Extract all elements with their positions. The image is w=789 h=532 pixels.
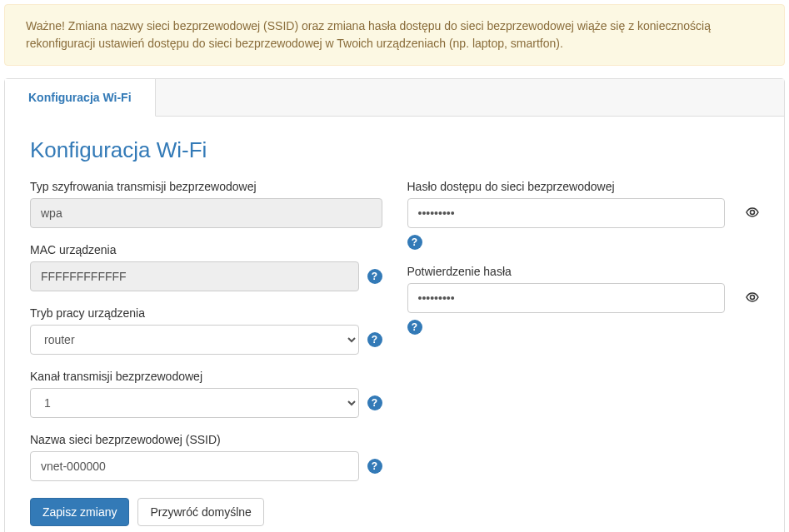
help-icon[interactable]: ? — [407, 235, 422, 250]
password-label: Hasło dostępu do sieci bezprzewodowej — [407, 180, 760, 193]
mac-label: MAC urządzenia — [30, 243, 382, 256]
eye-icon[interactable] — [746, 206, 759, 221]
field-channel: Kanał transmisji bezprzewodowej 1 ? — [30, 370, 382, 418]
tabs-container: Konfiguracja Wi-Fi Konfiguracja Wi-Fi Ty… — [4, 78, 785, 532]
mode-label: Tryb pracy urządzenia — [30, 306, 382, 320]
field-mode: Tryb pracy urządzenia router ? — [30, 306, 382, 355]
help-icon[interactable]: ? — [367, 332, 382, 347]
help-icon[interactable]: ? — [367, 459, 382, 474]
password-input[interactable] — [407, 198, 726, 228]
page-heading: Konfiguracja Wi-Fi — [30, 137, 759, 163]
help-icon[interactable]: ? — [367, 269, 382, 284]
warning-text: Ważne! Zmiana nazwy sieci bezprzewodowej… — [26, 19, 711, 50]
tab-wifi-config[interactable]: Konfiguracja Wi-Fi — [5, 79, 156, 117]
ssid-label: Nazwa sieci bezprzewodowej (SSID) — [30, 433, 382, 446]
field-mac: MAC urządzenia ? — [30, 243, 382, 291]
eye-icon[interactable] — [746, 291, 759, 306]
channel-select[interactable]: 1 — [30, 388, 359, 418]
help-icon[interactable]: ? — [407, 320, 422, 335]
svg-point-0 — [751, 210, 755, 214]
field-ssid: Nazwa sieci bezprzewodowej (SSID) ? — [30, 433, 382, 481]
button-row: Zapisz zmiany Przywróć domyślne — [30, 498, 382, 526]
svg-point-1 — [751, 295, 755, 299]
form-column-left: Typ szyfrowania transmisji bezprzewodowe… — [30, 180, 382, 526]
encryption-input — [30, 198, 382, 228]
form-columns: Typ szyfrowania transmisji bezprzewodowe… — [30, 180, 759, 526]
mode-select[interactable]: router — [30, 325, 359, 355]
form-column-right: Hasło dostępu do sieci bezprzewodowej ? — [407, 180, 760, 526]
field-password: Hasło dostępu do sieci bezprzewodowej ? — [407, 180, 760, 250]
mac-input — [30, 261, 359, 291]
tab-label: Konfiguracja Wi-Fi — [28, 91, 132, 104]
save-button[interactable]: Zapisz zmiany — [30, 498, 129, 526]
field-encryption: Typ szyfrowania transmisji bezprzewodowe… — [30, 180, 382, 228]
ssid-input[interactable] — [30, 451, 359, 481]
help-icon[interactable]: ? — [367, 395, 382, 410]
channel-label: Kanał transmisji bezprzewodowej — [30, 370, 382, 383]
tab-bar: Konfiguracja Wi-Fi — [5, 79, 784, 117]
encryption-label: Typ szyfrowania transmisji bezprzewodowe… — [30, 180, 382, 193]
field-password-confirm: Potwierdzenie hasła ? — [407, 265, 760, 335]
password-confirm-input[interactable] — [407, 283, 726, 313]
tab-content: Konfiguracja Wi-Fi Typ szyfrowania trans… — [5, 117, 784, 532]
password-confirm-label: Potwierdzenie hasła — [407, 265, 760, 278]
warning-alert: Ważne! Zmiana nazwy sieci bezprzewodowej… — [4, 4, 785, 66]
restore-defaults-button[interactable]: Przywróć domyślne — [137, 498, 263, 526]
